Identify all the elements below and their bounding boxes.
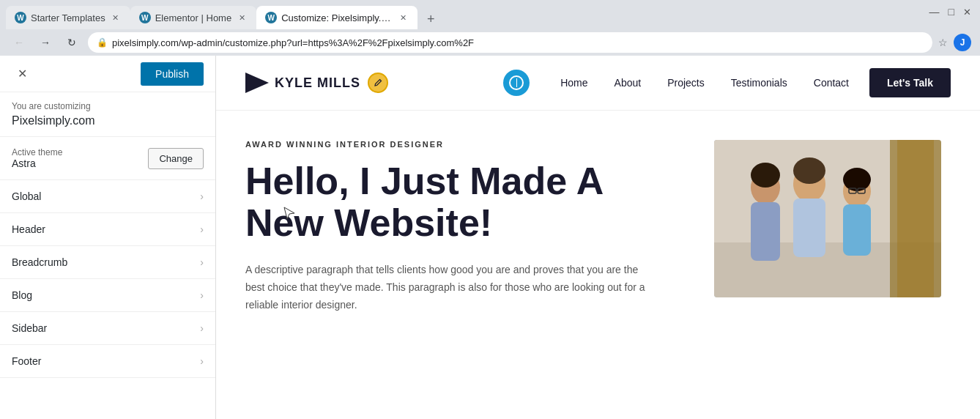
nav-item-sidebar[interactable]: Sidebar › — [0, 312, 215, 345]
tab-close-2[interactable]: ✕ — [236, 12, 248, 23]
menu-link-testimonials[interactable]: Testimonials — [718, 77, 801, 89]
customizer-site-name: Pixelsimply.com — [0, 114, 215, 136]
browser-toolbar: ← → ↻ 🔒 pixelsimply.com/wp-admin/customi… — [0, 29, 980, 56]
publish-button[interactable]: Publish — [141, 62, 204, 86]
svg-rect-12 — [843, 204, 871, 256]
tab-label-2: Elementor | Home — [155, 12, 232, 23]
minimize-button[interactable]: — — [929, 6, 940, 18]
hero-description: A descriptive paragraph that tells clien… — [245, 262, 656, 314]
tab-label-1: Starter Templates — [31, 12, 105, 23]
theme-info: Active theme Astra — [12, 147, 62, 169]
active-theme-label: Active theme — [12, 147, 62, 157]
site-logo: KYLE MILLS — [245, 73, 388, 93]
svg-rect-9 — [751, 202, 780, 261]
tab-customize[interactable]: W Customize: Pixelsimply.com ✕ — [256, 6, 417, 29]
forward-button[interactable]: → — [35, 32, 56, 53]
hero-image-svg — [714, 140, 941, 297]
nav-item-blog-label: Blog — [12, 289, 32, 301]
nav-item-header-label: Header — [12, 223, 45, 235]
site-nav: KYLE MILLS Home About Projects Testimoni… — [216, 56, 980, 111]
reload-button[interactable]: ↻ — [62, 32, 82, 53]
hero-tag: AWARD WINNING INTERIOR DESIGNER — [245, 140, 699, 149]
hero-title-line2: New Website! — [245, 201, 492, 244]
nav-item-global[interactable]: Global › — [0, 180, 215, 213]
hero-content: AWARD WINNING INTERIOR DESIGNER Hello, I… — [245, 140, 699, 314]
tab-label-3: Customize: Pixelsimply.com — [281, 12, 393, 23]
nav-item-sidebar-label: Sidebar — [12, 322, 47, 334]
hero-title: Hello, I Just Made A New Website! — [245, 160, 699, 244]
address-text: pixelsimply.com/wp-admin/customize.php?u… — [112, 37, 924, 48]
new-tab-button[interactable]: + — [420, 9, 441, 29]
back-button[interactable]: ← — [9, 32, 29, 53]
customizer-sidebar: ✕ Publish You are customizing Pixelsimpl… — [0, 56, 216, 419]
address-bar[interactable]: 🔒 pixelsimply.com/wp-admin/customize.php… — [88, 32, 932, 53]
nav-chevron-global: › — [200, 190, 204, 202]
lock-icon: 🔒 — [97, 37, 108, 48]
svg-point-10 — [751, 163, 780, 188]
menu-link-home[interactable]: Home — [547, 77, 601, 89]
theme-row: Active theme Astra Change — [0, 137, 215, 179]
sidebar-nav: Global › Header › Breadcrumb › Blog › Si… — [0, 180, 215, 419]
nav-chevron-header: › — [200, 223, 204, 235]
tab-icon-2: W — [139, 12, 151, 23]
nav-item-global-label: Global — [12, 190, 41, 202]
logo-edit-icon — [368, 73, 388, 93]
hero-title-line1: Hello, I Just Made A — [245, 160, 604, 202]
nav-item-footer[interactable]: Footer › — [0, 345, 215, 378]
svg-marker-0 — [245, 73, 269, 93]
nav-chevron-sidebar: › — [200, 322, 204, 334]
tab-icon-3: W — [265, 12, 277, 23]
tab-close-1[interactable]: ✕ — [110, 12, 122, 23]
tab-close-3[interactable]: ✕ — [397, 12, 409, 23]
browser-chrome: W Starter Templates ✕ W Elementor | Home… — [0, 0, 980, 56]
menu-link-projects[interactable]: Projects — [654, 77, 718, 89]
nav-chevron-breadcrumb: › — [200, 256, 204, 268]
customizer-header: ✕ Publish — [0, 56, 215, 92]
nav-item-blog[interactable]: Blog › — [0, 279, 215, 312]
nav-chevron-footer: › — [200, 355, 204, 367]
customizer-close-button[interactable]: ✕ — [12, 64, 32, 84]
nav-chevron-blog: › — [200, 289, 204, 301]
hero-image — [714, 140, 941, 297]
svg-rect-6 — [793, 199, 825, 257]
menu-globe-icon — [503, 70, 530, 96]
bookmark-icon[interactable]: ☆ — [938, 37, 948, 48]
nav-item-breadcrumb-label: Breadcrumb — [12, 256, 67, 268]
nav-item-header[interactable]: Header › — [0, 213, 215, 246]
svg-rect-4 — [897, 140, 934, 297]
menu-link-about[interactable]: About — [601, 77, 655, 89]
profile-avatar[interactable]: J — [954, 34, 971, 51]
svg-point-7 — [793, 157, 825, 184]
tab-elementor[interactable]: W Elementor | Home ✕ — [130, 6, 257, 29]
site-menu: Home About Projects Testimonials Contact… — [503, 68, 951, 97]
menu-link-contact[interactable]: Contact — [801, 77, 862, 89]
pencil-icon — [374, 78, 382, 87]
change-theme-button[interactable]: Change — [148, 148, 204, 169]
tab-starter-templates[interactable]: W Starter Templates ✕ — [6, 6, 130, 29]
logo-text: KYLE MILLS — [275, 75, 360, 91]
preview-area: KYLE MILLS Home About Projects Testimoni… — [216, 56, 980, 419]
maximize-button[interactable]: □ — [949, 6, 954, 18]
theme-name: Astra — [12, 157, 62, 169]
tab-icon-1: W — [15, 12, 26, 23]
nav-item-footer-label: Footer — [12, 355, 41, 367]
logo-triangle-icon — [245, 73, 269, 93]
hero-section: AWARD WINNING INTERIOR DESIGNER Hello, I… — [216, 111, 980, 314]
svg-point-13 — [843, 168, 871, 191]
nav-item-breadcrumb[interactable]: Breadcrumb › — [0, 246, 215, 279]
customizing-label: You are customizing — [0, 92, 215, 114]
cta-button[interactable]: Let's Talk — [869, 68, 951, 97]
close-window-button[interactable]: ✕ — [963, 7, 971, 18]
